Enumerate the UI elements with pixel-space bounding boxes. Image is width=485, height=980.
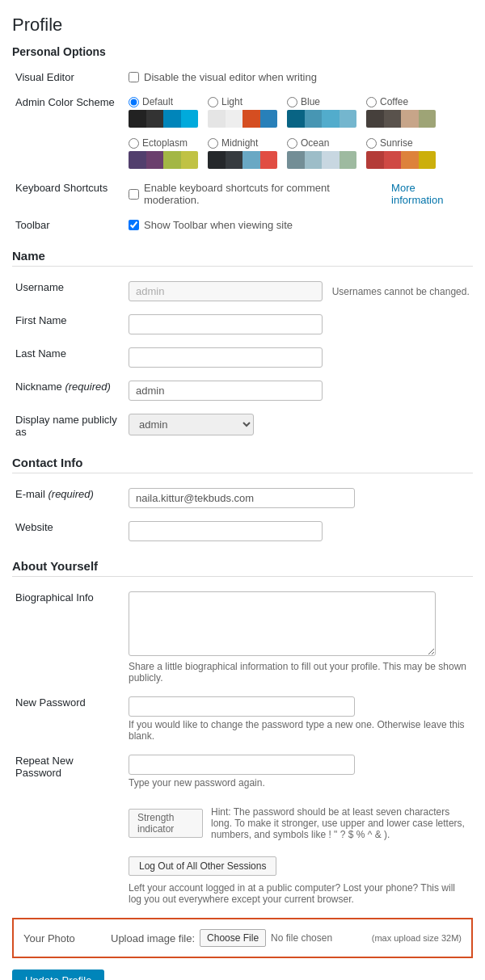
contact-info-heading: Contact Info bbox=[12, 456, 473, 473]
strength-hint: Hint: The password should be at least se… bbox=[211, 806, 470, 840]
website-label: Website bbox=[15, 521, 53, 533]
name-section: Username Usernames cannot be changed. Fi… bbox=[12, 275, 473, 444]
keyboard-shortcuts-checkbox[interactable] bbox=[129, 189, 139, 200]
no-file-text: No file chosen bbox=[271, 932, 332, 944]
username-label: Username bbox=[15, 281, 64, 293]
upload-image-label: Upload image file: bbox=[111, 932, 195, 944]
color-scheme-radio-ocean[interactable] bbox=[287, 138, 297, 149]
personal-options-heading: Personal Options bbox=[12, 45, 473, 58]
username-note: Usernames cannot be changed. bbox=[332, 286, 470, 297]
repeat-password-label: Repeat New Password bbox=[15, 755, 74, 779]
color-scheme-option-light[interactable]: Light bbox=[208, 96, 277, 128]
visual-editor-checkbox[interactable] bbox=[129, 72, 139, 82]
new-password-description: If you would like to change the password… bbox=[129, 719, 470, 742]
color-scheme-option-default[interactable]: Default bbox=[129, 96, 198, 128]
username-input bbox=[129, 281, 323, 301]
strength-row: Strength indicator Hint: The password sh… bbox=[129, 806, 470, 840]
color-scheme-option-sunrise[interactable]: Sunrise bbox=[366, 137, 436, 169]
display-name-label: Display name publicly as bbox=[15, 414, 117, 438]
last-name-label: Last Name bbox=[15, 347, 66, 360]
first-name-input[interactable] bbox=[129, 314, 323, 334]
page-title: Profile bbox=[12, 8, 473, 36]
max-upload-size: (max upload size 32M) bbox=[372, 933, 462, 943]
visual-editor-label: Visual Editor bbox=[15, 71, 74, 83]
photo-upload-area: Upload image file: Choose File No file c… bbox=[111, 929, 462, 947]
your-photo-section: Your Photo Upload image file: Choose Fil… bbox=[12, 918, 473, 958]
logout-section: Log Out of All Other Sessions Left your … bbox=[129, 848, 470, 905]
bio-label: Biographical Info bbox=[15, 591, 94, 604]
color-scheme-option-ocean[interactable]: Ocean bbox=[287, 137, 356, 169]
update-profile-button[interactable]: Update Profile bbox=[12, 969, 104, 980]
email-label: E-mail (required) bbox=[15, 488, 94, 500]
toolbar-checkbox[interactable] bbox=[129, 220, 139, 230]
color-scheme-radio-midnight[interactable] bbox=[208, 138, 218, 149]
color-scheme-radio-blue[interactable] bbox=[287, 97, 297, 107]
visual-editor-checkbox-row: Disable the visual editor when writing bbox=[129, 71, 470, 83]
color-scheme-radio-coffee[interactable] bbox=[366, 97, 377, 107]
website-input[interactable] bbox=[129, 521, 323, 541]
color-scheme-radio-default[interactable] bbox=[129, 97, 139, 107]
name-section-heading: Name bbox=[12, 249, 473, 267]
email-input[interactable] bbox=[129, 488, 355, 508]
color-scheme-option-ectoplasm[interactable]: Ectoplasm bbox=[129, 137, 198, 169]
new-password-input[interactable] bbox=[129, 696, 355, 717]
choose-file-button[interactable]: Choose File bbox=[200, 929, 266, 947]
bio-description: Share a little biographical information … bbox=[129, 661, 470, 683]
toolbar-checkbox-label: Show Toolbar when viewing site bbox=[144, 219, 293, 231]
logout-description: Left your account logged in at a public … bbox=[129, 882, 470, 905]
bio-textarea[interactable] bbox=[129, 591, 436, 656]
about-section: Biographical Info Share a little biograp… bbox=[12, 585, 473, 911]
nickname-input[interactable] bbox=[129, 381, 323, 401]
color-scheme-option-coffee[interactable]: Coffee bbox=[366, 96, 436, 128]
keyboard-shortcuts-link[interactable]: More information bbox=[391, 182, 470, 206]
color-scheme-options: DefaultLightBlueCoffeeEctoplasmMidnightO… bbox=[129, 96, 470, 169]
nickname-label: Nickname (required) bbox=[15, 381, 111, 393]
repeat-password-input[interactable] bbox=[129, 755, 355, 775]
repeat-password-description: Type your new password again. bbox=[129, 777, 470, 789]
logout-other-sessions-button[interactable]: Log Out of All Other Sessions bbox=[129, 856, 276, 876]
color-scheme-label: Admin Color Scheme bbox=[15, 96, 115, 108]
your-photo-label: Your Photo bbox=[23, 932, 104, 944]
color-scheme-option-blue[interactable]: Blue bbox=[287, 96, 356, 128]
last-name-input[interactable] bbox=[129, 347, 323, 368]
contact-section: E-mail (required) Website bbox=[12, 482, 473, 548]
color-scheme-radio-ectoplasm[interactable] bbox=[129, 138, 139, 149]
first-name-label: First Name bbox=[15, 314, 67, 326]
about-yourself-heading: About Yourself bbox=[12, 559, 473, 577]
toolbar-label: Toolbar bbox=[15, 219, 50, 231]
color-scheme-radio-sunrise[interactable] bbox=[366, 138, 377, 149]
keyboard-shortcuts-text: Enable keyboard shortcuts for comment mo… bbox=[144, 182, 386, 206]
visual-editor-section: Visual Editor Disable the visual editor … bbox=[12, 65, 473, 238]
display-name-select[interactable]: admin bbox=[129, 414, 254, 435]
visual-editor-checkbox-label: Disable the visual editor when writing bbox=[144, 71, 317, 83]
color-scheme-option-midnight[interactable]: Midnight bbox=[208, 137, 277, 169]
keyboard-shortcuts-label: Keyboard Shortcuts bbox=[15, 182, 108, 194]
strength-indicator: Strength indicator bbox=[129, 809, 203, 838]
keyboard-shortcuts-row: Enable keyboard shortcuts for comment mo… bbox=[129, 182, 470, 206]
color-scheme-radio-light[interactable] bbox=[208, 97, 218, 107]
toolbar-row: Show Toolbar when viewing site bbox=[129, 219, 470, 231]
new-password-label: New Password bbox=[15, 696, 86, 709]
